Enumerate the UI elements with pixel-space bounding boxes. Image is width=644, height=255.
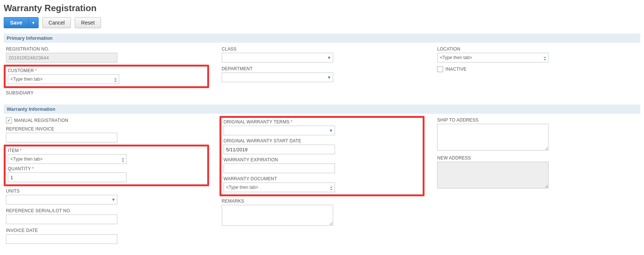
customer-highlight: CUSTOMER* <Type then tab> ⌄⌄	[4, 65, 209, 88]
units-select[interactable]: ▼	[6, 195, 117, 204]
orig-terms-select[interactable]: ▼	[224, 126, 335, 135]
required-icon: *	[291, 119, 293, 125]
inactive-label: INACTIVE	[445, 67, 466, 72]
orig-start-label: ORIGINAL WARRANTY START DATE	[224, 138, 421, 143]
cancel-button[interactable]: Cancel	[42, 17, 71, 28]
ship-to-label: SHIP TO ADDRESS	[437, 117, 638, 123]
customer-input[interactable]: <Type then tab> ⌄⌄	[8, 74, 119, 84]
units-label: UNITS	[6, 188, 207, 194]
location-label: LOCATION	[437, 46, 638, 52]
document-placeholder: <Type then tab>	[226, 185, 258, 190]
class-select[interactable]: ▼	[222, 53, 333, 62]
reset-button[interactable]: Reset	[75, 17, 101, 28]
document-input[interactable]: <Type then tab> ⌄⌄	[224, 183, 335, 192]
quantity-label: QUANTITY*	[8, 166, 205, 171]
reference-invoice-input[interactable]	[6, 133, 117, 142]
reference-serial-input[interactable]	[6, 214, 117, 224]
ship-to-textarea[interactable]	[437, 124, 549, 151]
orig-terms-label: ORIGINAL WARRANTY TERMS*	[224, 119, 421, 125]
location-input[interactable]: <Type then tab> ⌄⌄	[437, 53, 549, 62]
item-input[interactable]: <Type then tab> ⌄⌄	[8, 154, 127, 164]
invoice-date-input[interactable]	[6, 234, 117, 244]
manual-registration-label: MANUAL REGISTRATION	[14, 118, 68, 123]
expiration-label: WARRANTY EXPIRATION	[224, 157, 421, 162]
class-label: CLASS	[222, 46, 423, 52]
chevron-double-icon: ⌄⌄	[121, 157, 125, 161]
warranty-terms-highlight: ORIGINAL WARRANTY TERMS* ▼ ORIGINAL WARR…	[219, 116, 425, 196]
required-icon: *	[20, 148, 22, 153]
caret-down-icon: ▼	[327, 75, 331, 80]
save-dropdown-button[interactable]: ▼	[28, 17, 39, 28]
subsidiary-label: SUBSIDIARY	[6, 90, 207, 96]
customer-placeholder: <Type then tab>	[10, 77, 43, 82]
document-label: WARRANTY DOCUMENT	[224, 176, 421, 181]
customer-label: CUSTOMER*	[8, 68, 205, 73]
remarks-textarea[interactable]	[222, 205, 333, 226]
chevron-double-icon: ⌄⌄	[114, 77, 117, 81]
item-label: ITEM*	[8, 148, 205, 153]
caret-down-icon: ▼	[32, 21, 35, 25]
chevron-double-icon: ⌄⌄	[543, 55, 547, 60]
section-warranty-header: Warranty Information	[4, 104, 640, 114]
chevron-double-icon: ⌄⌄	[329, 185, 333, 190]
new-address-label: NEW ADDRESS	[437, 155, 638, 161]
quantity-input[interactable]	[8, 172, 127, 182]
orig-start-input[interactable]	[224, 145, 335, 154]
expiration-input[interactable]	[224, 164, 335, 173]
page-title: Warranty Registration	[4, 3, 640, 13]
department-label: DEPARTMENT	[222, 66, 423, 71]
remarks-label: REMARKS	[222, 198, 423, 204]
inactive-checkbox[interactable]	[437, 66, 443, 72]
registration-no-input	[6, 53, 117, 62]
invoice-date-label: INVOICE DATE	[6, 228, 207, 233]
required-icon: *	[35, 68, 37, 73]
registration-no-label: REGISTRATION NO.	[6, 46, 207, 52]
caret-down-icon: ▼	[327, 55, 331, 60]
new-address-textarea	[437, 162, 549, 188]
location-placeholder: <Type then tab>	[440, 55, 472, 60]
section-primary-header: Primary Information	[4, 33, 640, 43]
caret-down-icon: ▼	[111, 197, 116, 202]
reference-invoice-label: REFERENCE INVOICE	[6, 126, 207, 132]
save-button[interactable]: Save	[4, 17, 28, 28]
item-quantity-highlight: ITEM* <Type then tab> ⌄⌄ QUANTITY*	[4, 145, 209, 186]
department-select[interactable]: ▼	[222, 72, 333, 82]
manual-registration-checkbox[interactable]: ✓	[6, 117, 12, 123]
required-icon: *	[32, 166, 34, 171]
action-bar: Save ▼ Cancel Reset	[4, 17, 640, 28]
item-placeholder: <Type then tab>	[10, 156, 43, 162]
reference-serial-label: REFERENCE SERIAL/LOT NO.	[6, 208, 207, 213]
caret-down-icon: ▼	[329, 128, 333, 133]
